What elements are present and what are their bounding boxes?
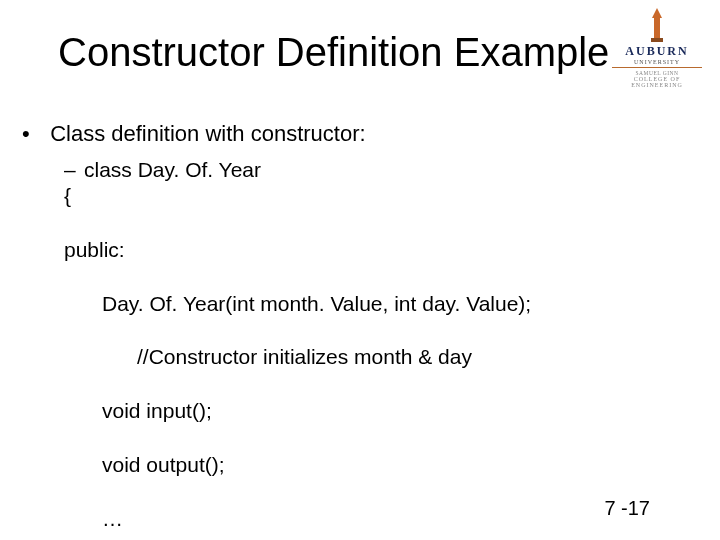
slide-body: Class definition with constructor: –clas… [20, 120, 660, 540]
tower-icon [646, 8, 668, 42]
auburn-logo: AUBURN UNIVERSITY SAMUEL GINN COLLEGE OF… [612, 8, 702, 88]
code-line: void output(); [64, 452, 660, 478]
code-line: class Day. Of. Year [84, 158, 261, 181]
slide: AUBURN UNIVERSITY SAMUEL GINN COLLEGE OF… [0, 0, 720, 540]
bullet-level1: Class definition with constructor: –clas… [20, 120, 660, 540]
logo-divider [612, 67, 702, 68]
code-block: –class Day. Of. Year { public: Day. Of. … [64, 158, 660, 541]
code-line: public: [64, 237, 660, 263]
svg-rect-2 [651, 38, 663, 42]
slide-title: Constructor Definition Example [58, 30, 609, 75]
code-line: void input(); [64, 398, 660, 424]
code-line: { [64, 183, 660, 209]
logo-text-auburn: AUBURN [612, 44, 702, 59]
code-line: //Constructor initializes month & day [64, 344, 660, 370]
dash-bullet: – [64, 157, 84, 183]
code-line: Day. Of. Year(int month. Value, int day.… [64, 291, 660, 317]
svg-marker-1 [652, 8, 662, 18]
bullet-level2: –class Day. Of. Year { public: Day. Of. … [20, 156, 660, 541]
logo-text-university: UNIVERSITY [612, 59, 702, 65]
slide-number: 7 -17 [604, 497, 650, 520]
svg-rect-0 [654, 18, 660, 40]
code-line: … [64, 506, 660, 532]
logo-text-line2: COLLEGE OF ENGINEERING [612, 76, 702, 88]
bullet-text: Class definition with constructor: [50, 121, 365, 146]
